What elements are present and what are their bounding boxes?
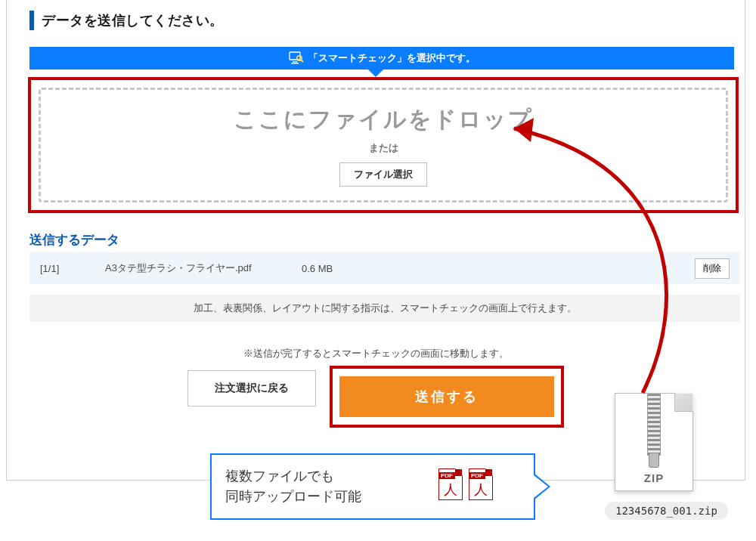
file-list-row: [1/1] A3タテ型チラシ・フライヤー.pdf 0.6 MB 削除 <box>29 252 740 284</box>
dropzone-highlight: ここにファイルをドロップ または ファイル選択 <box>28 77 739 213</box>
layout-note: 加工、表裏関係、レイアウトに関する指示は、スマートチェックの画面上で行えます。 <box>29 295 740 322</box>
pdf-badge: PDF <box>438 472 455 479</box>
banner-arrow-icon <box>368 70 383 77</box>
svg-rect-1 <box>293 61 297 63</box>
dropzone-heading: ここにファイルをドロップ <box>234 104 533 135</box>
zipper-icon <box>647 394 661 456</box>
monitor-search-icon <box>289 51 304 65</box>
pdf-file-icon: PDF 人 <box>469 468 493 500</box>
send-data-heading: 送信するデータ <box>29 231 119 249</box>
send-button[interactable]: 送信する <box>339 376 554 417</box>
send-button-highlight: 送信する <box>330 366 564 428</box>
callout-text: 複数ファイルでも 同時アップロード可能 <box>225 466 361 507</box>
file-dropzone[interactable]: ここにファイルをドロップ または ファイル選択 <box>39 88 728 202</box>
pdf-glyph-icon: 人 <box>439 483 462 496</box>
callout-line1: 複数ファイルでも <box>225 468 334 484</box>
file-name: A3タテ型チラシ・フライヤー.pdf <box>105 261 302 275</box>
pdf-file-icon: PDF 人 <box>438 468 463 500</box>
back-to-order-button[interactable]: 注文選択に戻る <box>187 370 316 407</box>
zip-file-block: ZIP 12345678_001.zip <box>605 393 703 520</box>
file-size: 0.6 MB <box>302 263 695 274</box>
zipper-pull-icon <box>649 453 659 468</box>
page-title: データを送信してください。 <box>42 11 224 29</box>
zip-filename: 12345678_001.zip <box>605 502 728 520</box>
smart-check-banner: 「スマートチェック」を選択中です。 <box>29 47 734 70</box>
file-index: [1/1] <box>40 263 105 274</box>
pdf-icons: PDF 人 PDF 人 <box>438 468 493 500</box>
zip-label: ZIP <box>615 471 692 484</box>
page-title-bar: データを送信してください。 <box>29 11 224 30</box>
dropzone-or-text: または <box>369 141 398 155</box>
svg-line-4 <box>301 60 303 62</box>
multi-upload-callout: 複数ファイルでも 同時アップロード可能 PDF 人 PDF 人 <box>210 453 535 520</box>
banner-text: 「スマートチェック」を選択中です。 <box>308 51 476 65</box>
delete-file-button[interactable]: 削除 <box>695 258 730 279</box>
zip-file-icon: ZIP <box>615 393 693 491</box>
send-note: ※送信が完了するとスマートチェックの画面に移動します。 <box>7 348 745 360</box>
title-accent <box>29 11 34 30</box>
callout-arrow-icon <box>534 473 550 500</box>
svg-rect-2 <box>291 63 299 64</box>
pdf-glyph-icon: 人 <box>469 483 492 496</box>
pdf-badge: PDF <box>469 472 485 479</box>
file-select-button[interactable]: ファイル選択 <box>339 162 427 187</box>
callout-line2: 同時アップロード可能 <box>225 489 361 504</box>
